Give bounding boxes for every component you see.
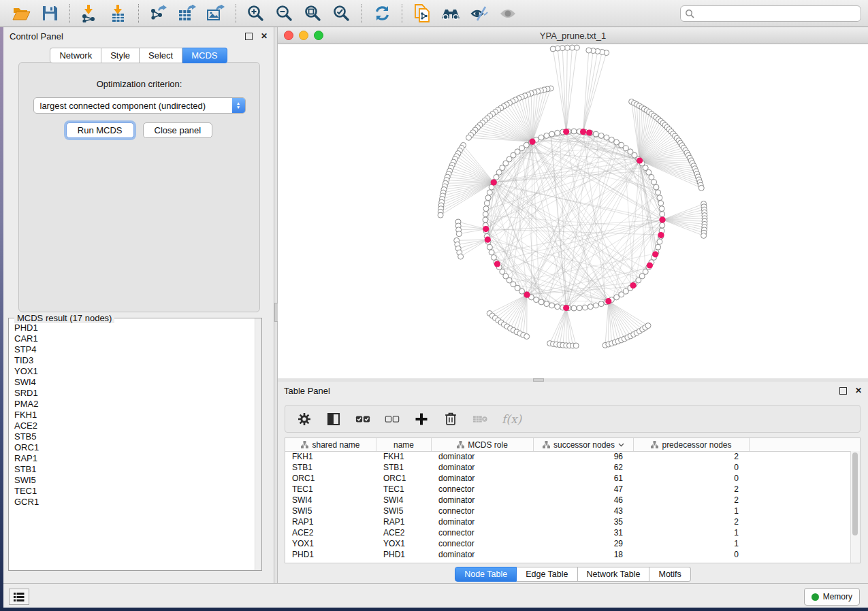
tab-mcds[interactable]: MCDS (182, 48, 227, 63)
criterion-dropdown[interactable]: largest connected component (undirected)… (33, 97, 246, 114)
table-row[interactable]: ORC1ORC1dominator610 (285, 473, 851, 484)
hide-selected-icon[interactable] (469, 3, 489, 24)
zoom-in-icon[interactable] (246, 3, 266, 24)
refresh-icon[interactable] (372, 3, 392, 24)
main-toolbar (0, 0, 868, 27)
mcds-result-item[interactable]: TEC1 (14, 486, 255, 497)
cell: 1 (634, 506, 750, 516)
search-network-icon[interactable] (440, 3, 461, 24)
mcds-result-item[interactable]: ORC1 (14, 442, 255, 453)
task-history-button[interactable] (9, 589, 29, 605)
cell: FKH1 (285, 452, 376, 461)
table-scrollbar[interactable] (850, 451, 860, 563)
mcds-options-group: Optimization criterion: largest connecte… (18, 62, 260, 312)
column-header-MCDS-role[interactable]: MCDS role (432, 438, 534, 451)
cell: 61 (534, 474, 634, 483)
toolbar-separator (361, 4, 362, 23)
mcds-result-item[interactable]: GCR1 (14, 497, 255, 508)
tab-network-table[interactable]: Network Table (578, 567, 650, 582)
open-file-icon[interactable] (11, 3, 31, 24)
delete-column-icon[interactable] (443, 412, 458, 427)
network-window-title: YPA_prune.txt_1 (278, 31, 868, 41)
import-table-icon[interactable] (108, 3, 129, 24)
table-settings-icon[interactable] (297, 412, 312, 427)
zoom-fit-icon[interactable] (303, 3, 323, 24)
table-row[interactable]: YOX1YOX1connector291 (285, 538, 851, 549)
mcds-result-item[interactable]: SWI4 (14, 377, 255, 388)
mcds-result-item[interactable]: STP4 (14, 344, 255, 355)
table-row[interactable]: RAP1RAP1dominator352 (285, 516, 851, 527)
close-panel-icon[interactable]: ✕ (855, 386, 862, 395)
mcds-result-item[interactable]: TID3 (14, 355, 255, 366)
run-mcds-button[interactable]: Run MCDS (66, 122, 134, 138)
tab-edge-table[interactable]: Edge Table (517, 567, 577, 582)
mcds-result-item[interactable]: RAP1 (14, 453, 255, 464)
apply-function-icon[interactable]: f(x) (502, 412, 521, 426)
column-header-name[interactable]: name (376, 438, 432, 451)
deselect-all-icon[interactable] (385, 412, 400, 427)
tab-style[interactable]: Style (101, 48, 140, 63)
cell: dominator (432, 474, 534, 483)
column-header-successor-nodes[interactable]: successor nodes (534, 438, 634, 451)
show-columns-icon[interactable] (326, 412, 341, 427)
mcds-result-item[interactable]: CAR1 (14, 333, 255, 344)
table-row[interactable]: FKH1FKH1dominator962 (285, 451, 851, 462)
table-row[interactable]: STB1STB1dominator620 (285, 462, 851, 473)
mcds-result-item[interactable]: PHD1 (14, 323, 255, 333)
table-row[interactable]: SWI5SWI5connector431 (285, 506, 851, 516)
zoom-selected-icon[interactable] (332, 3, 352, 24)
zoom-out-icon[interactable] (274, 3, 295, 24)
mcds-result-item[interactable]: FKH1 (14, 410, 255, 420)
memory-status-icon (811, 593, 819, 601)
close-panel-button[interactable]: Close panel (143, 122, 213, 138)
export-image-icon[interactable] (206, 3, 226, 24)
delete-table-icon[interactable] (472, 412, 487, 427)
float-panel-icon[interactable] (839, 387, 847, 395)
close-panel-icon[interactable]: ✕ (261, 32, 268, 40)
toolbar-separator (402, 4, 402, 23)
cell: 0 (634, 474, 750, 483)
network-search-box[interactable] (680, 5, 861, 22)
table-row[interactable]: TEC1TEC1connector472 (285, 484, 851, 495)
column-header-shared-name[interactable]: shared name (285, 438, 376, 451)
import-network-icon[interactable] (80, 3, 100, 24)
table-row[interactable]: SWI4SWI4dominator462 (285, 495, 851, 506)
cell: ACE2 (285, 528, 376, 538)
tab-node-table[interactable]: Node Table (455, 567, 517, 582)
mcds-result-scrollbar[interactable] (255, 318, 261, 570)
scrollbar-thumb[interactable] (852, 452, 858, 535)
cell: ACE2 (376, 528, 432, 538)
tab-network[interactable]: Network (50, 48, 101, 63)
cell: RAP1 (376, 517, 432, 527)
mcds-result-item[interactable]: ACE2 (14, 420, 255, 431)
show-all-icon[interactable] (498, 3, 518, 24)
select-all-icon[interactable] (355, 412, 370, 427)
save-session-icon[interactable] (39, 3, 60, 24)
table-row[interactable]: PHD1PHD1dominator180 (285, 549, 851, 560)
cell: connector (432, 484, 534, 494)
mcds-result-item[interactable]: STB5 (14, 431, 255, 442)
dropdown-stepper-icon: ▲▼ (232, 98, 245, 113)
memory-button[interactable]: Memory (804, 588, 860, 606)
cell: connector (432, 506, 534, 516)
cell: dominator (432, 463, 534, 472)
search-input[interactable] (694, 8, 856, 19)
table-row[interactable]: ACE2ACE2connector311 (285, 527, 851, 538)
table-toolbar: f(x) (285, 405, 861, 433)
cell: PHD1 (285, 550, 376, 559)
mcds-result-item[interactable]: STB1 (14, 464, 255, 475)
tab-motifs[interactable]: Motifs (649, 567, 690, 582)
mcds-result-list[interactable]: PHD1CAR1STP4TID3YOX1SWI4SRD1PMA2FKH1ACE2… (10, 323, 255, 569)
mcds-result-item[interactable]: PMA2 (14, 399, 255, 410)
column-header-predecessor-nodes[interactable]: predecessor nodes (634, 438, 750, 451)
tab-select[interactable]: Select (140, 48, 182, 63)
export-table-icon[interactable] (177, 3, 197, 24)
network-canvas[interactable] (278, 44, 868, 378)
mcds-result-item[interactable]: SWI5 (14, 475, 255, 486)
add-column-icon[interactable] (414, 412, 429, 427)
clone-network-icon[interactable] (412, 3, 432, 24)
export-network-icon[interactable] (148, 3, 169, 24)
float-panel-icon[interactable] (245, 33, 253, 40)
mcds-result-item[interactable]: YOX1 (14, 366, 255, 377)
mcds-result-item[interactable]: SRD1 (14, 388, 255, 399)
